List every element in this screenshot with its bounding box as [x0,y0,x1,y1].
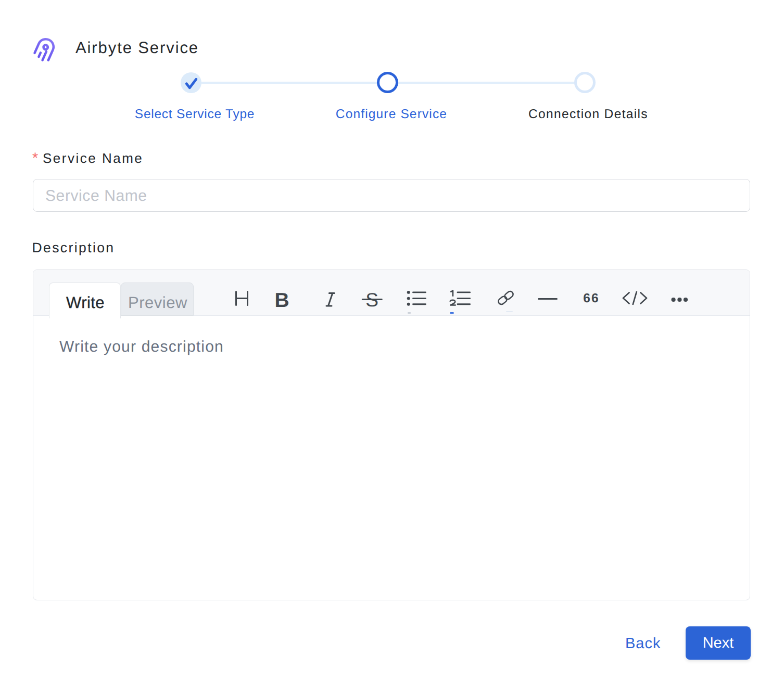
svg-text:B: B [275,289,289,310]
svg-text:66: 66 [583,291,599,305]
svg-text:Preview: Preview [128,293,187,312]
svg-text:Write: Write [66,293,105,312]
svg-text:Next: Next [703,635,734,651]
